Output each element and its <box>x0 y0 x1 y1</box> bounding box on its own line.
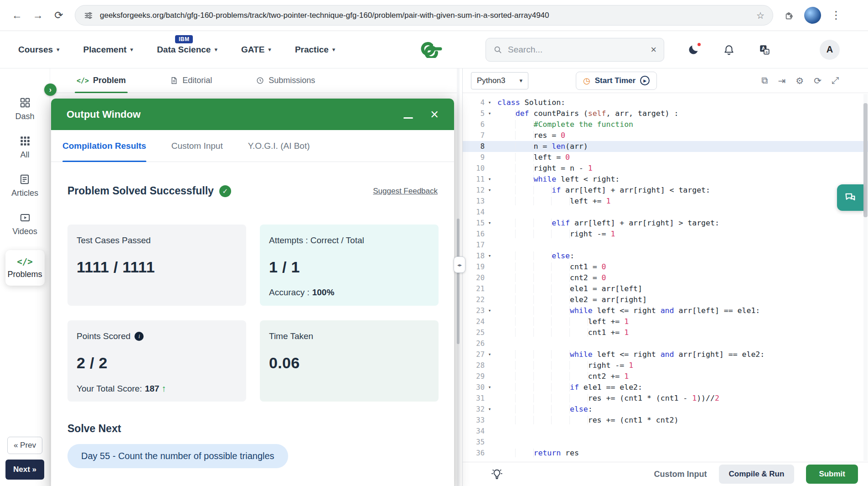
notifications-button[interactable] <box>723 44 735 56</box>
bookmark-star-icon[interactable]: ☆ <box>756 10 765 21</box>
code-line[interactable] <box>496 338 868 349</box>
gutter-line[interactable]: 5▾ <box>463 108 496 119</box>
collapse-panel-button[interactable]: › <box>44 84 57 96</box>
gutter-line[interactable]: 18▾ <box>463 251 496 261</box>
code-line[interactable]: while left <= right and arr[left] == ele… <box>496 305 868 316</box>
gutter-line[interactable]: 26 <box>463 338 496 349</box>
sidebar-item-videos[interactable]: Videos <box>12 212 37 236</box>
gutter-line[interactable]: 16 <box>463 229 496 240</box>
minimize-icon[interactable] <box>403 117 413 119</box>
close-icon[interactable]: × <box>430 107 439 121</box>
sidebar-item-dash[interactable]: Dash <box>15 97 34 121</box>
search-input[interactable]: Search... × <box>486 38 664 62</box>
search-clear-icon[interactable]: × <box>651 44 656 56</box>
nav-gate[interactable]: GATE ▾ <box>241 31 271 68</box>
compile-run-button[interactable]: Compile & Run <box>719 465 795 484</box>
code-editor[interactable]: 4▾5▾67891011▾12▾131415▾161718▾1920212223… <box>463 93 868 462</box>
gutter-line[interactable]: 30▾ <box>463 382 496 393</box>
browser-menu-icon[interactable]: ⋮ <box>827 6 846 25</box>
next-problem-button[interactable]: Next » <box>5 460 44 480</box>
url-text[interactable]: geeksforgeeks.org/batch/gfg-160-problems… <box>100 11 750 20</box>
gutter-line[interactable]: 15▾ <box>463 218 496 229</box>
gutter-line[interactable]: 29 <box>463 371 496 382</box>
tab-submissions[interactable]: Submissions <box>256 68 315 93</box>
gutter-line[interactable]: 25 <box>463 327 496 338</box>
gutter-line[interactable]: 20 <box>463 272 496 283</box>
code-line[interactable]: cnt1 += 1 <box>496 327 868 338</box>
code-line[interactable]: ele1 = arr[left] <box>496 283 868 294</box>
code-line[interactable]: res += (cnt1 * (cnt1 - 1))//2 <box>496 393 868 404</box>
reset-code-icon[interactable]: ⟳ <box>814 75 822 86</box>
gutter-line[interactable]: 11▾ <box>463 174 496 185</box>
code-line[interactable]: if arr[left] + arr[right] < target: <box>496 185 868 196</box>
info-icon[interactable]: i <box>134 332 144 341</box>
sidebar-item-problems[interactable]: </> Problems <box>5 250 45 286</box>
code-line[interactable]: elif arr[left] + arr[right] > target: <box>496 218 868 229</box>
gutter-line[interactable]: 34 <box>463 426 496 437</box>
sidebar-item-articles[interactable]: Articles <box>11 173 38 198</box>
site-info-icon[interactable] <box>83 10 93 21</box>
fullscreen-icon[interactable]: ⤢ <box>832 75 839 86</box>
code-line[interactable]: right -= 1 <box>496 229 868 240</box>
code-line[interactable]: right = n - 1 <box>496 163 868 174</box>
code-line[interactable]: return res <box>496 448 868 459</box>
gutter-line[interactable]: 19 <box>463 261 496 272</box>
nav-placement[interactable]: Placement ▾ <box>83 31 134 68</box>
code-line[interactable]: res += (cnt1 * cnt2) <box>496 415 868 426</box>
gutter-line[interactable]: 28 <box>463 360 496 371</box>
gutter-line[interactable]: 10 <box>463 163 496 174</box>
user-avatar[interactable]: A <box>820 40 840 60</box>
code-line[interactable]: while left <= right and arr[right] == el… <box>496 349 868 360</box>
code-line[interactable] <box>496 207 868 218</box>
gutter-line[interactable]: 33 <box>463 415 496 426</box>
code-line[interactable]: class Solution: <box>496 97 868 108</box>
split-drag-handle[interactable]: ◂▸ <box>454 256 465 273</box>
gutter-line[interactable]: 6 <box>463 119 496 130</box>
tab-editorial[interactable]: Editorial <box>170 68 212 93</box>
forward-icon[interactable]: → <box>28 6 47 25</box>
gfg-logo[interactable] <box>417 40 451 60</box>
gutter-line[interactable]: 12▾ <box>463 185 496 196</box>
start-timer-button[interactable]: ◷ Start Timer ▶ <box>576 72 657 90</box>
address-bar[interactable]: geeksforgeeks.org/batch/gfg-160-problems… <box>75 5 773 26</box>
dark-mode-toggle[interactable] <box>688 44 699 55</box>
code-line[interactable]: ele2 = arr[right] <box>496 294 868 305</box>
nav-practice[interactable]: Practice ▾ <box>295 31 335 68</box>
discussion-fab[interactable] <box>837 184 863 211</box>
code-line[interactable]: res = 0 <box>496 130 868 141</box>
gutter-line[interactable]: 31 <box>463 393 496 404</box>
nav-data-science[interactable]: IBM Data Science ▾ <box>157 31 217 68</box>
gutter-line[interactable]: 23▾ <box>463 305 496 316</box>
language-select[interactable]: Python3 ▾ <box>471 72 528 89</box>
hint-bulb-icon[interactable] <box>491 468 503 480</box>
code-line[interactable]: #Complete the function <box>496 119 868 130</box>
nav-courses[interactable]: Courses ▾ <box>18 31 60 68</box>
code-line[interactable]: left = 0 <box>496 152 868 163</box>
next-problem-pill[interactable]: Day 55 - Count the number of possible tr… <box>67 444 288 468</box>
copy-icon[interactable]: ⧉ <box>761 75 768 86</box>
code-line[interactable]: right -= 1 <box>496 360 868 371</box>
code-line[interactable]: n = len(arr) <box>496 141 868 152</box>
code-line[interactable]: else: <box>496 404 868 415</box>
back-icon[interactable]: ← <box>7 6 26 25</box>
export-icon[interactable]: ⇥ <box>778 75 786 86</box>
suggest-feedback-link[interactable]: Suggest Feedback <box>373 187 438 196</box>
settings-gear-icon[interactable]: ⚙ <box>796 75 804 86</box>
gutter-line[interactable]: 7 <box>463 130 496 141</box>
gutter-line[interactable]: 4▾ <box>463 97 496 108</box>
code-line[interactable]: while left < right: <box>496 174 868 185</box>
editor-code-lines[interactable]: class Solution: def countPairs (self, ar… <box>496 97 868 462</box>
code-line[interactable]: else: <box>496 251 868 261</box>
extensions-icon[interactable] <box>780 6 799 25</box>
sidebar-item-all[interactable]: All <box>19 135 31 160</box>
gutter-line[interactable]: 21 <box>463 283 496 294</box>
tab-compilation-results[interactable]: Compilation Results <box>62 130 146 162</box>
code-line[interactable] <box>496 426 868 437</box>
code-line[interactable]: left += 1 <box>496 196 868 207</box>
prev-problem-button[interactable]: « Prev <box>7 437 42 454</box>
reload-icon[interactable]: ⟳ <box>49 6 68 25</box>
gutter-line[interactable]: 36 <box>463 448 496 459</box>
code-line[interactable]: if ele1 == ele2: <box>496 382 868 393</box>
gutter-line[interactable]: 35 <box>463 437 496 448</box>
code-line[interactable]: cnt2 = 0 <box>496 272 868 283</box>
